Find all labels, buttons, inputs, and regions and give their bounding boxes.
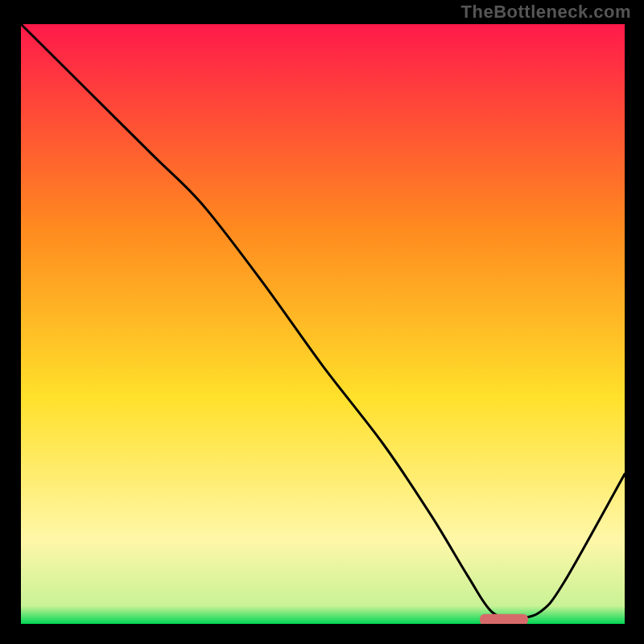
optimal-marker [480,614,528,624]
chart-frame: TheBottleneck.com [0,0,644,644]
bottleneck-plot [21,24,625,624]
plot-svg [21,24,625,624]
attribution-text: TheBottleneck.com [461,2,631,23]
